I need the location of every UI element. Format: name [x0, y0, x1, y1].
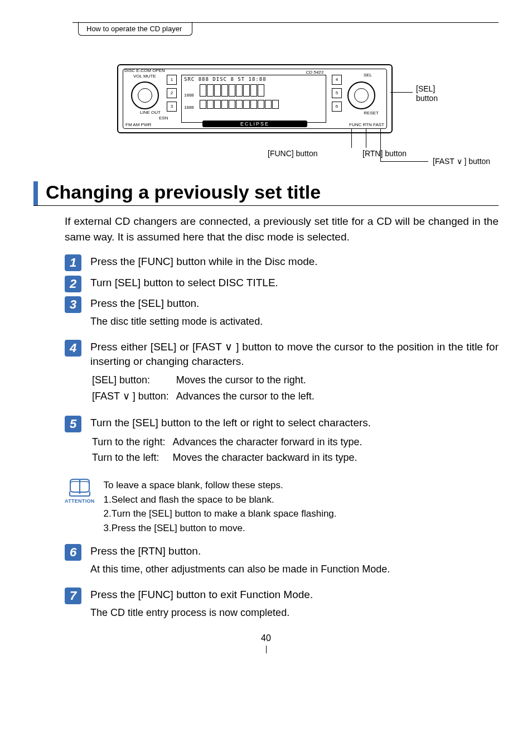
- lcd-bars-2: 1888: [184, 100, 323, 111]
- section-title: Changing a previously set title: [46, 181, 499, 203]
- step-text: Press the [SEL] button.: [90, 296, 499, 311]
- step-6: 6 Press the [RTN] button. At this time, …: [65, 544, 499, 584]
- attention-line: 3.Press the [SEL] button to move.: [104, 521, 499, 536]
- def-desc: Advances the character forward in its ty…: [172, 435, 362, 449]
- step-number: 7: [65, 588, 81, 604]
- esn-label: ESN: [159, 115, 168, 121]
- preset-col-right: 4 5 6: [332, 75, 341, 115]
- attention-line: To leave a space blank, follow these ste…: [104, 478, 499, 493]
- callout-rtn: [RTN] button: [362, 149, 407, 158]
- attention-line: 1.Select and flash the space to be blank…: [104, 493, 499, 507]
- step-text: Press either [SEL] or [FAST ∨ ] button t…: [90, 340, 499, 368]
- attention-label: ATTENTION: [65, 498, 95, 504]
- step-subtext: The disc title setting mode is activated…: [90, 314, 499, 329]
- device-diagram: DISC E-COM OPEN VOL MUTE 1 2 3 CD 5423 S…: [117, 64, 499, 176]
- callout-line-sel: [390, 92, 413, 93]
- step-number: 5: [65, 416, 81, 432]
- step-2: 2 Turn [SEL] button to select DISC TITLE…: [65, 276, 499, 293]
- def-desc: Moves the character backward in its type…: [172, 450, 362, 465]
- step-number: 1: [65, 254, 81, 271]
- line-out-label: LINE OUT: [140, 110, 161, 115]
- head-unit: DISC E-COM OPEN VOL MUTE 1 2 3 CD 5423 S…: [117, 64, 393, 133]
- step-number: 2: [65, 276, 81, 292]
- def-desc: Moves the cursor to the right.: [176, 373, 315, 387]
- sel-knob: [347, 81, 375, 109]
- attention-body: To leave a space blank, follow these ste…: [104, 478, 499, 535]
- step-subtext: The CD title entry process is now comple…: [90, 605, 499, 620]
- callout-line-func: [351, 129, 352, 148]
- section-heading-row: Changing a previously set title: [33, 181, 499, 206]
- step-text: Turn the [SEL] button to the left or rig…: [90, 416, 499, 430]
- brand-bar: ECLIPSE: [202, 121, 308, 127]
- callout-func: [FUNC] button: [268, 149, 317, 158]
- preset-3: 3: [167, 102, 177, 112]
- preset-1: 1: [167, 75, 177, 85]
- steps-list-1: 1 Press the [FUNC] button while in the D…: [65, 254, 499, 474]
- header-tab: How to operate the CD player: [78, 22, 192, 36]
- step-number: 6: [65, 544, 81, 561]
- intro-paragraph: If external CD changers are connected, a…: [65, 214, 499, 244]
- callout-line-fast-h: [380, 161, 428, 162]
- attention-block: ATTENTION To leave a space blank, follow…: [65, 478, 499, 535]
- step-text: Press the [RTN] button.: [90, 544, 499, 558]
- steps-list-2: 6 Press the [RTN] button. At this time, …: [65, 544, 499, 627]
- def-term: Turn to the left:: [91, 450, 171, 465]
- preset-4: 4: [332, 75, 342, 85]
- step-5: 5 Turn the [SEL] button to the left or r…: [65, 416, 499, 474]
- step-definitions: [SEL] button:Moves the cursor to the rig…: [90, 372, 316, 405]
- preset-col-left: 1 2 3: [167, 75, 176, 115]
- book-icon: [69, 478, 91, 497]
- vol-mute-label: VOL MUTE: [133, 74, 156, 79]
- step-number: 3: [65, 296, 81, 313]
- func-rtn-fast: FUNC RTN FAST: [349, 122, 384, 127]
- step-4: 4 Press either [SEL] or [FAST ∨ ] button…: [65, 340, 499, 412]
- step-definitions: Turn to the right:Advances the character…: [90, 434, 364, 466]
- step-text: Press the [FUNC] button to exit Function…: [90, 588, 499, 602]
- attention-line: 2.Turn the [SEL] button to make a blank …: [104, 507, 499, 521]
- sel-label: SEL: [364, 73, 372, 78]
- step-number: 4: [65, 340, 81, 357]
- preset-2: 2: [167, 88, 177, 98]
- fm-am-pwr: FM AM PWR: [125, 122, 151, 127]
- lcd-small-2: 1888: [184, 105, 194, 110]
- lcd-bars: 1888: [184, 84, 323, 99]
- step-text: Press the [FUNC] button while in the Dis…: [90, 254, 499, 269]
- reset-label: RESET: [364, 110, 379, 115]
- page-number-tick: [266, 646, 267, 653]
- callout-line-fast-v: [380, 129, 381, 161]
- preset-5: 5: [332, 88, 342, 98]
- callout-line-rtn: [366, 129, 366, 148]
- lcd-small: 1888: [184, 93, 194, 98]
- header-tab-wrap: How to operate the CD player: [78, 22, 499, 36]
- def-term: [SEL] button:: [91, 373, 175, 387]
- volume-knob: [131, 81, 159, 109]
- head-unit-inner: DISC E-COM OPEN VOL MUTE 1 2 3 CD 5423 S…: [123, 69, 387, 129]
- step-7: 7 Press the [FUNC] button to exit Functi…: [65, 588, 499, 628]
- preset-6: 6: [332, 102, 342, 112]
- model-number: CD 5423: [306, 70, 323, 75]
- page-number: 40: [33, 633, 499, 653]
- lcd-line1: SRC 888 DISC 8 ST 18:88: [182, 75, 326, 83]
- step-3: 3 Press the [SEL] button. The disc title…: [65, 296, 499, 336]
- callout-fast: [FAST ∨ ] button: [433, 157, 490, 166]
- def-term: Turn to the right:: [91, 435, 171, 449]
- lcd-panel: CD 5423 SRC 888 DISC 8 ST 18:88 1888 188…: [181, 75, 326, 123]
- step-1: 1 Press the [FUNC] button while in the D…: [65, 254, 499, 272]
- step-subtext: At this time, other adjustments can also…: [90, 562, 499, 576]
- heading-accent-bar: [33, 181, 38, 205]
- page-number-value: 40: [261, 633, 271, 643]
- def-term: [FAST ∨ ] button:: [91, 389, 175, 403]
- step-text: Turn [SEL] button to select DISC TITLE.: [90, 276, 499, 290]
- def-desc: Advances the cursor to the left.: [176, 389, 315, 403]
- callout-sel: [SEL] button: [416, 84, 438, 103]
- top-labels: DISC E-COM OPEN: [124, 68, 165, 73]
- attention-icon: ATTENTION: [65, 478, 95, 504]
